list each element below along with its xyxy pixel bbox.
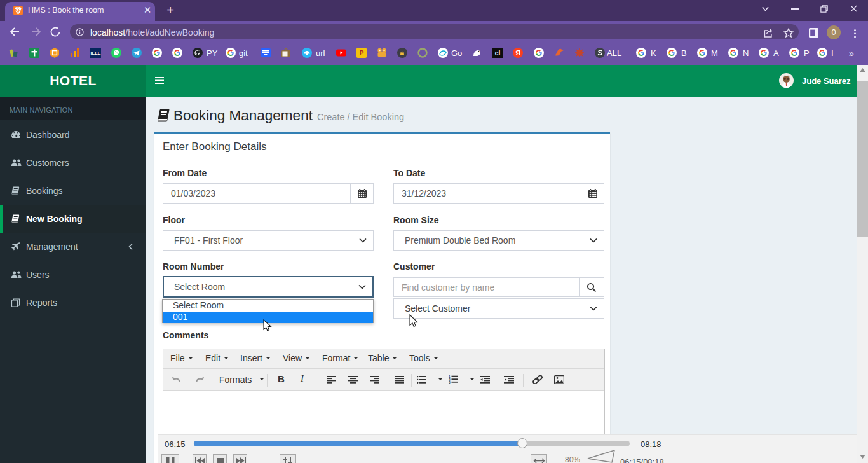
svg-text:Я: Я [515,49,520,57]
svg-text:cl: cl [495,50,501,57]
svg-text:IEEE: IEEE [91,51,101,55]
svg-text:P: P [360,50,364,57]
svg-text:3: 3 [449,381,451,384]
